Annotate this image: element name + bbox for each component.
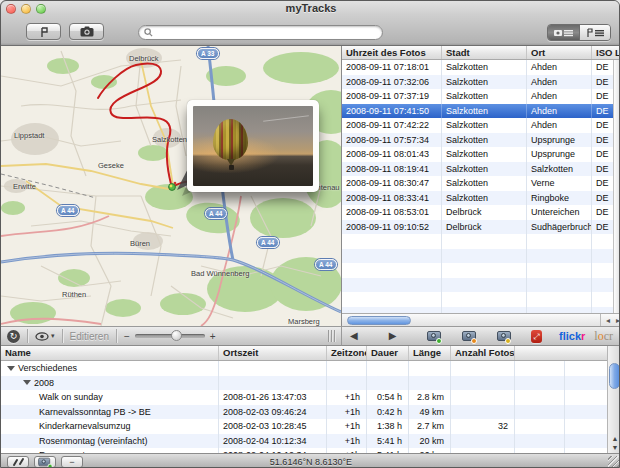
track-row[interactable]: Verschiedenes [1, 361, 607, 376]
cell-pad [515, 419, 565, 434]
photo-row[interactable]: 2008-09-11 07:42:22SalzkottenAhdenDE [342, 118, 614, 133]
cell-anzahl [451, 405, 515, 420]
cell-pad [515, 434, 565, 449]
map-label: Bad Wünnenberg [191, 269, 249, 278]
photo-row[interactable]: 2008-09-11 08:53:01DelbrückUntereichenDE [342, 205, 614, 220]
track-row[interactable]: Kinderkarnevalsumzug2008-02-03 10:28:45+… [1, 419, 607, 434]
column-header-dauer[interactable]: Dauer [367, 346, 409, 360]
photo-row-empty[interactable] [342, 234, 614, 249]
add-photo-button[interactable] [69, 23, 104, 40]
view-mode-segmented-control [547, 24, 611, 41]
remove-photos-button[interactable] [462, 330, 476, 342]
cell-dauer: 5:41 h [367, 434, 409, 449]
photo-row-empty[interactable] [342, 292, 614, 307]
edit-button[interactable]: Editieren [70, 331, 109, 342]
track-tool-button[interactable] [7, 456, 29, 468]
column-header-zeitzone[interactable]: Zeitzone [327, 346, 367, 360]
cell-stadt [442, 263, 527, 278]
disclosure-triangle[interactable] [7, 366, 15, 371]
track-row[interactable]: Karnevalssonntag PB -> BE2008-02-03 09:4… [1, 405, 607, 420]
photo-row[interactable]: 2008-09-11 09:10:52DelbrückSudhägerbruch… [342, 220, 614, 235]
vertical-scroll-thumb[interactable] [609, 363, 620, 389]
visibility-menu-button[interactable]: ▾ [35, 332, 55, 341]
zoom-in-label[interactable]: + [210, 331, 216, 342]
cell-ortszeit [219, 376, 327, 391]
add-waypoint-button[interactable] [26, 23, 61, 40]
cell-time: 2008-09-11 07:41:50 [342, 104, 442, 119]
track-table-vertical-scrollbar[interactable]: ▲ ▼ [607, 346, 620, 453]
disclosure-triangle[interactable] [23, 380, 31, 385]
zoom-slider[interactable]: − + [124, 331, 216, 342]
cell-iso: DE [592, 147, 614, 162]
column-header-time[interactable]: Uhrzeit des Fotos [342, 46, 442, 59]
map-label: Rüthen [62, 290, 86, 299]
geotag-export-button[interactable]: ⤢ [531, 330, 542, 343]
add-photos-button[interactable] [427, 330, 441, 342]
photo-callout[interactable] [187, 100, 319, 192]
photo-row-empty[interactable] [342, 278, 614, 293]
scroll-down-arrow[interactable]: ▼ [608, 443, 620, 452]
cell-iso: DE [592, 75, 614, 90]
edit-photo-button[interactable] [497, 330, 511, 342]
flickr-upload-button[interactable]: flickr [559, 330, 585, 342]
photo-table-vertical-scrollbar[interactable] [613, 60, 620, 313]
column-header-spacer [515, 346, 620, 360]
cell-ortszeit: 2008-02-03 10:28:45 [219, 419, 327, 434]
next-photo-button[interactable]: ▶ [389, 331, 397, 341]
column-header-ort[interactable]: Ort [527, 46, 592, 59]
zoom-out-label[interactable]: − [124, 331, 130, 342]
photo-row[interactable]: 2008-09-11 07:18:01SalzkottenAhdenDE [342, 60, 614, 75]
track-table-header: Name Ortszeit Zeitzone Dauer Länge Anzah… [1, 346, 620, 361]
photo-table: Uhrzeit des Fotos Stadt Ort ISO L 2008-0… [341, 46, 620, 326]
photo-row-empty[interactable] [342, 263, 614, 278]
track-row[interactable]: Walk on sunday2008-01-26 13:47:03+1h0:54… [1, 390, 607, 405]
photo-row[interactable]: 2008-09-11 08:19:41SalzkottenSalzkottenD… [342, 162, 614, 177]
photo-row-empty[interactable] [342, 249, 614, 264]
photo-row[interactable]: 2008-09-11 07:37:19SalzkottenAhdenDE [342, 89, 614, 104]
cell-iso [592, 278, 614, 293]
cell-laenge: 49 km [409, 405, 451, 420]
photo-table-rows: 2008-09-11 07:18:01SalzkottenAhdenDE2008… [342, 60, 614, 321]
previous-photo-button[interactable]: ◀ [350, 331, 358, 341]
column-header-stadt[interactable]: Stadt [442, 46, 527, 59]
zoom-slider-track[interactable] [135, 334, 205, 338]
scroll-right-arrow[interactable]: ▸ [616, 316, 620, 325]
eye-icon [35, 332, 49, 341]
column-header-anzahl-fotos[interactable]: Anzahl Fotos [451, 346, 515, 360]
search-field[interactable] [138, 25, 383, 40]
column-header-iso[interactable]: ISO L [592, 46, 620, 59]
cell-time: 2008-09-11 07:37:19 [342, 89, 442, 104]
search-input[interactable] [156, 26, 377, 39]
zoom-slider-thumb[interactable] [171, 330, 182, 341]
track-row[interactable]: Rosenmontag (vereinfacht)2008-02-04 10:1… [1, 434, 607, 449]
cell-anzahl: 32 [451, 419, 515, 434]
cell-time: 2008-09-11 08:33:41 [342, 191, 442, 206]
photo-row[interactable]: 2008-09-11 07:32:06SalzkottenAhdenDE [342, 75, 614, 90]
photo-row[interactable]: 2008-09-11 08:01:43SalzkottenUpsprungeDE [342, 147, 614, 162]
locr-upload-button[interactable]: locr [594, 329, 613, 344]
window-resize-grip[interactable] [608, 456, 620, 468]
pane-resize-grip[interactable] [328, 330, 335, 342]
map-label: Büren [130, 239, 150, 248]
cell-stadt: Delbrück [442, 220, 527, 235]
photo-list-view-button[interactable] [548, 25, 579, 40]
photo-row[interactable]: 2008-09-11 07:57:34SalzkottenUpsprungeDE [342, 133, 614, 148]
column-header-ortszeit[interactable]: Ortszeit [219, 346, 327, 360]
photo-row[interactable]: 2008-09-11 08:30:47SalzkottenVerneDE [342, 176, 614, 191]
photo-row[interactable]: 2008-09-11 07:41:50SalzkottenAhdenDE [342, 104, 614, 119]
photo-table-horizontal-scrollbar[interactable]: ◂ ▸ [342, 313, 620, 326]
column-header-name[interactable]: Name [1, 346, 219, 360]
map-view[interactable]: DelbrückLippstadtSalzkottenGesekeErwitte… [1, 46, 341, 326]
scroll-up-arrow[interactable]: ▲ [608, 434, 620, 443]
recenter-button[interactable]: ↻ [7, 330, 20, 343]
add-photo-to-track-button[interactable] [34, 456, 56, 468]
column-header-laenge[interactable]: Länge [409, 346, 451, 360]
scroll-left-arrow[interactable]: ◂ [606, 316, 610, 325]
horizontal-scroll-thumb[interactable] [347, 316, 411, 325]
remove-item-button[interactable]: − [61, 456, 83, 468]
cell-stadt [442, 249, 527, 264]
waypoint-list-view-button[interactable] [579, 25, 610, 40]
track-row[interactable]: 2008 [1, 376, 607, 391]
photo-row[interactable]: 2008-09-11 08:33:41SalzkottenRingbokeDE [342, 191, 614, 206]
cell-ort [527, 292, 592, 307]
